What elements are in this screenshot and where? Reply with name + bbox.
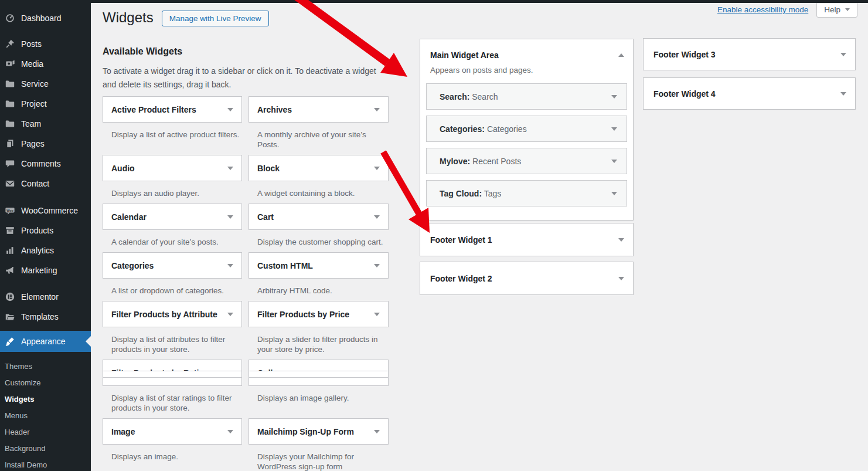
chevron-down-icon[interactable] [611, 127, 617, 131]
widget-title: Categories [487, 124, 527, 134]
main-widget-area-panel: Main Widget Area Appears on posts and pa… [420, 39, 634, 221]
folder-icon [4, 98, 16, 110]
chevron-down-icon[interactable] [374, 167, 380, 170]
sidebar-item-label: Posts [21, 39, 42, 49]
svg-text:Woo: Woo [6, 209, 13, 212]
assigned-widget-categories[interactable]: Categories: Categories [426, 116, 627, 142]
chevron-down-icon[interactable] [618, 238, 624, 242]
widget-description: A list or dropdown of categories. [111, 286, 240, 296]
sidebar-item-templates[interactable]: Templates [0, 307, 91, 327]
widget-description: Displays an image gallery. [257, 393, 386, 403]
widget-type: Search: [440, 92, 469, 101]
manage-live-preview-button[interactable]: Manage with Live Preview [162, 11, 269, 26]
sidebar-item-label: Comments [21, 159, 61, 168]
submenu-item-widgets[interactable]: Widgets [0, 391, 91, 407]
sidebar-item-label: WooCommerce [21, 206, 78, 215]
chevron-down-icon[interactable] [227, 264, 233, 267]
camera-icon [4, 58, 16, 70]
chevron-down-icon[interactable] [618, 277, 624, 280]
widget-card-calendar[interactable]: Calendar [103, 204, 242, 230]
sidebar-item-contact[interactable]: Contact [0, 174, 91, 194]
sidebar-item-products[interactable]: Products [0, 221, 91, 240]
sidebar-item-woocommerce[interactable]: Woo WooCommerce [0, 201, 91, 221]
sidebar-item-elementor[interactable]: Elementor [0, 287, 91, 307]
sidebar-item-appearance[interactable]: Appearance [0, 331, 91, 352]
widget-card-block[interactable]: Block [249, 155, 389, 181]
widget-card-cart[interactable]: Cart [249, 204, 389, 230]
sidebar-item-service[interactable]: Service [0, 74, 91, 94]
chevron-down-icon[interactable] [227, 313, 233, 316]
pushpin-icon [4, 38, 16, 50]
sidebar-item-marketing[interactable]: Marketing [0, 260, 91, 280]
chevron-down-icon[interactable] [840, 92, 846, 96]
pages-icon [4, 138, 16, 150]
chevron-down-icon[interactable] [227, 167, 233, 170]
footer-widget-4-header[interactable]: Footer Widget 4 [644, 78, 855, 109]
sidebar-item-pages[interactable]: Pages [0, 134, 91, 154]
widget-card-mailchimp-sign-up-form[interactable]: Mailchimp Sign-Up Form [249, 418, 389, 445]
chevron-down-icon[interactable] [227, 108, 233, 111]
widget-card-custom-html[interactable]: Custom HTML [249, 252, 389, 279]
widget-card-image[interactable]: Image [103, 418, 242, 445]
megaphone-icon [4, 265, 16, 276]
widget-cell: Image Displays an image. [103, 418, 242, 471]
submenu-item-menus[interactable]: Menus [0, 407, 91, 423]
chevron-down-icon[interactable] [611, 95, 617, 99]
chevron-down-icon[interactable] [374, 264, 380, 267]
widget-type: Tag Cloud: [440, 189, 482, 198]
main-widget-area-header[interactable]: Main Widget Area [420, 39, 633, 60]
help-button[interactable]: Help [816, 2, 857, 18]
assigned-widget-mylove[interactable]: Mylove: Recent Posts [426, 148, 627, 174]
widget-card-categories[interactable]: Categories [103, 252, 242, 279]
widget-description: A calendar of your site’s posts. [111, 237, 240, 247]
chevron-down-icon[interactable] [374, 215, 380, 219]
sidebar-item-dashboard[interactable]: Dashboard [0, 8, 91, 28]
footer-widget-1-header[interactable]: Footer Widget 1 [420, 223, 633, 256]
sidebar-item-label: Contact [21, 179, 49, 188]
sidebar-item-project[interactable]: Project [0, 94, 91, 114]
widget-description: Displays an audio player. [111, 188, 240, 198]
submenu-item-background[interactable]: Background [0, 440, 91, 456]
widget-card-active-product-filters[interactable]: Active Product Filters [103, 96, 242, 123]
footer-widget-2-header[interactable]: Footer Widget 2 [420, 262, 633, 294]
widget-card-archives[interactable]: Archives [249, 96, 389, 123]
assigned-widget-tag-cloud[interactable]: Tag Cloud: Tags [426, 180, 627, 206]
chevron-down-icon[interactable] [611, 192, 617, 195]
page-title: Widgets [103, 9, 154, 26]
chevron-down-icon[interactable] [227, 430, 233, 433]
chevron-down-icon[interactable] [840, 53, 846, 56]
chevron-down-icon[interactable] [374, 108, 380, 111]
sidebar-item-analytics[interactable]: Analytics [0, 240, 91, 260]
sidebar-item-media[interactable]: Media [0, 54, 91, 74]
assigned-widget-search[interactable]: Search: Search [426, 83, 627, 110]
widget-title: Search [472, 92, 498, 101]
sidebar-item-team[interactable]: Team [0, 114, 91, 134]
widget-card-filter-products-by-attribute[interactable]: Filter Products by Attribute [103, 301, 242, 327]
footer-widget-3-header[interactable]: Footer Widget 3 [644, 39, 855, 70]
widget-cell: Categories A list or dropdown of categor… [103, 252, 242, 301]
sidebar-item-posts[interactable]: Posts [0, 34, 91, 54]
widget-card-filter-products-by-price[interactable]: Filter Products by Price [249, 301, 389, 327]
widget-title: Tags [484, 189, 502, 198]
widgets-page: Widgets Manage with Live Preview Enable … [91, 0, 868, 471]
chevron-up-icon[interactable] [618, 53, 624, 57]
chevron-down-icon[interactable] [611, 160, 617, 163]
submenu-item-themes[interactable]: Themes [0, 358, 91, 374]
enable-accessibility-link[interactable]: Enable accessibility mode [717, 5, 808, 14]
chevron-down-icon[interactable] [374, 430, 380, 433]
submenu-item-install-demo[interactable]: Install Demo [0, 456, 91, 471]
widget-card-partial[interactable] [103, 371, 242, 378]
sidebar-item-comments[interactable]: Comments [0, 154, 91, 174]
chevron-down-icon[interactable] [227, 215, 233, 219]
gauge-icon [4, 12, 16, 24]
sidebar-item-label: Media [21, 59, 43, 69]
widget-description: Display a slider to filter products in y… [257, 334, 386, 354]
widget-description: A monthly archive of your site’s Posts. [257, 130, 386, 150]
widget-cell: Block A widget containing a block. [249, 155, 389, 204]
submenu-item-customize[interactable]: Customize [0, 374, 91, 391]
submenu-item-header[interactable]: Header [0, 423, 91, 440]
chevron-down-icon[interactable] [374, 313, 380, 316]
widget-card-partial[interactable] [249, 371, 389, 378]
panel-title: Footer Widget 3 [653, 50, 840, 59]
widget-card-audio[interactable]: Audio [103, 155, 242, 181]
